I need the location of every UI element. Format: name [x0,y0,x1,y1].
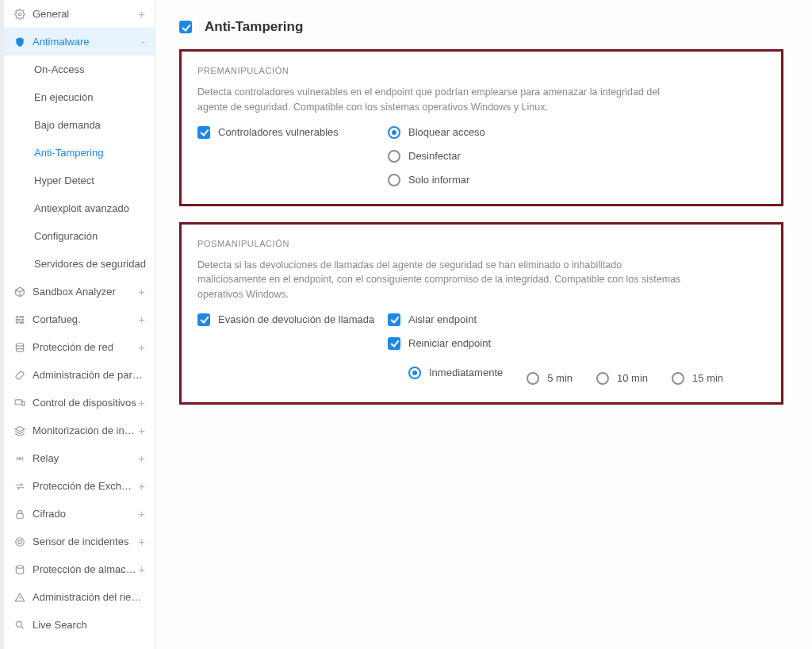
expand-icon[interactable]: + [136,396,147,409]
radio-block-access[interactable]: Bloquear acceso [388,126,765,139]
radio-label: Inmediatamente [429,367,503,378]
sidebar-item-label: Live Search [33,619,144,631]
risk-icon [13,591,26,604]
restart-delay-radios: Inmediatamente 5 min 10 min 15 min [388,361,765,385]
vulnerable-drivers-checkbox[interactable] [197,126,210,139]
radio-input[interactable] [388,126,400,139]
radio-input[interactable] [408,367,421,379]
stack-icon [13,341,26,354]
expand-icon[interactable]: + [136,7,147,21]
isolate-endpoint-label: Aislar endpoint [408,313,477,325]
sidebar-item-encryption[interactable]: Cifrado + [4,500,155,528]
sidebar-item-risk[interactable]: Administración del riesgo [4,583,155,611]
sidebar-item-sandbox[interactable]: Sandbox Analyzer + [4,278,155,305]
isolate-endpoint-checkbox[interactable] [388,313,400,326]
expand-icon[interactable]: + [136,424,147,437]
expand-icon[interactable]: + [136,479,147,493]
sidebar-item-integmon[interactable]: Monitorización de integr... + [4,417,155,444]
sidebar-sub-servidores[interactable]: Servidores de seguridad [4,250,155,278]
radio-input[interactable] [596,372,609,385]
sidebar-sub-bajodemanda[interactable]: Bajo demanda [4,111,155,139]
expand-icon[interactable]: + [136,535,147,548]
page-title: Anti-Tampering [205,19,303,35]
radio-label: Bloquear acceso [408,126,485,138]
sidebar-item-storage[interactable]: Protección de almacena... + [4,555,155,583]
svg-point-11 [19,457,21,459]
radio-input[interactable] [388,150,400,163]
sidebar-sub-hyperdetect[interactable]: Hyper Detect [4,167,155,194]
storage-icon [13,563,26,576]
sidebar-sub-onaccess[interactable]: On-Access [4,56,155,83]
callback-evasion-checkbox[interactable] [197,313,210,326]
pre-tamper-description: Detecta controladores vulnerables en el … [197,85,689,115]
radio-input[interactable] [527,372,539,385]
svg-rect-6 [19,321,24,323]
layers-icon [13,424,26,437]
radio-label: 10 min [617,372,648,384]
search-icon [13,619,26,632]
sidebar-item-general[interactable]: General + [4,0,155,28]
expand-icon[interactable]: + [136,507,147,520]
callback-evasion-option: Evasión de devolución de llamada [197,313,380,326]
sidebar-item-label: Protección de almacena... [33,563,136,575]
collapse-icon[interactable]: - [140,35,147,48]
post-tamper-panel: POSMANIPULACIÓN Detecta si las devolucio… [179,222,783,405]
radio-report-only[interactable]: Solo informar [388,174,765,186]
radio-label: 15 min [692,372,723,384]
radio-disinfect[interactable]: Desinfectar [388,150,765,163]
sidebar-item-incidents[interactable]: Sensor de incidentes + [4,528,155,555]
svg-rect-10 [22,401,25,405]
radio-5min[interactable]: 5 min [527,372,573,385]
sidebar-item-label: Protección de red [33,341,136,353]
sidebar-item-label: Sensor de incidentes [33,536,136,547]
sidebar-item-label: Cifrado [33,508,136,520]
sidebar-item-patches[interactable]: Administración de parches [4,361,155,389]
expand-icon[interactable]: + [136,313,147,326]
cube-icon [13,286,26,298]
pre-tamper-heading: PREMANIPULACIÓN [197,66,765,75]
devices-icon [13,397,26,409]
sidebar-sub-configuracion[interactable]: Configuración [4,222,155,250]
sidebar-sub-antitampering[interactable]: Anti-Tampering [4,139,155,167]
sidebar-item-livesearch[interactable]: Live Search [4,611,155,639]
radio-10min[interactable]: 10 min [596,372,648,385]
radio-immediately[interactable]: Inmediatamente [408,367,503,379]
sidebar-item-label: Administración del riesgo [33,591,144,603]
restart-endpoint-checkbox[interactable] [388,337,400,350]
expand-icon[interactable]: + [136,340,147,354]
svg-point-16 [16,621,21,627]
svg-rect-12 [17,513,23,518]
radio-label: Solo informar [408,174,469,186]
sidebar-item-label: Protección de Exchange [33,480,136,492]
svg-rect-9 [15,399,21,404]
sidebar-item-firewall[interactable]: Cortafueg. + [4,305,155,333]
expand-icon[interactable]: + [136,285,147,298]
enable-antitampering-checkbox[interactable] [179,21,192,33]
sidebar-item-relay[interactable]: Relay + [4,444,155,472]
radio-input[interactable] [672,372,684,385]
sidebar-item-antimalware[interactable]: Antimalware - [4,28,155,56]
svg-point-14 [18,540,22,543]
pre-action-radios: Bloquear acceso Desinfectar Solo informa… [388,126,765,186]
exchange-icon [13,480,26,493]
sidebar-sub-enejecucion[interactable]: En ejecución [4,83,155,111]
svg-rect-8 [15,371,25,380]
vulnerable-drivers-label: Controladores vulnerables [218,126,339,138]
sidebar-item-netprot[interactable]: Protección de red + [4,333,155,361]
expand-icon[interactable]: + [136,563,147,576]
sidebar-item-label: Monitorización de integr... [33,424,136,436]
svg-point-15 [16,565,23,568]
sidebar-item-label: Cortafueg. [33,313,136,325]
sidebar-item-exchange[interactable]: Protección de Exchange + [4,472,155,500]
vulnerable-drivers-option: Controladores vulnerables [197,126,380,139]
page-header: Anti-Tampering [179,19,783,35]
sidebar-sub-antiexploit[interactable]: Antiexploit avanzado [4,194,155,222]
patch-icon [13,369,26,382]
sidebar-item-label: Sandbox Analyzer [33,286,136,298]
radio-input[interactable] [388,174,400,186]
sidebar-item-label: Control de dispositivos [33,397,136,409]
sidebar-item-devcontrol[interactable]: Control de dispositivos + [4,389,155,417]
expand-icon[interactable]: + [136,451,147,465]
main-content: Anti-Tampering PREMANIPULACIÓN Detecta c… [155,0,812,649]
radio-15min[interactable]: 15 min [672,372,723,385]
